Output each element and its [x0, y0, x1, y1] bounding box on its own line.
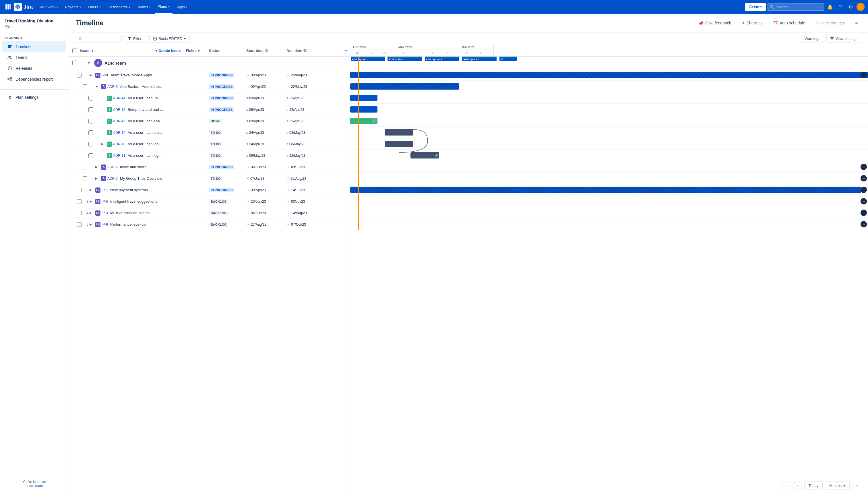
nav-your-work[interactable]: Your work▾: [36, 0, 61, 14]
expand-icon[interactable]: ▶: [95, 176, 100, 180]
warnings-button[interactable]: Warnings: [801, 35, 824, 42]
gantt-bar-adr44[interactable]: [350, 95, 377, 101]
basic-edited-button[interactable]: Basic EDITED ▾: [149, 35, 190, 42]
search-input[interactable]: [776, 5, 816, 9]
expand-icon[interactable]: ▶: [89, 223, 94, 226]
group-avatar: A: [94, 59, 102, 67]
share-as-button[interactable]: ⬆ Share as: [738, 19, 766, 27]
row-checkbox[interactable]: [77, 222, 82, 227]
chevron-down-icon[interactable]: ▾: [91, 48, 93, 53]
issue-key[interactable]: ADR-13: [113, 142, 126, 146]
row-checkbox[interactable]: [88, 142, 93, 146]
row-checkbox[interactable]: [83, 165, 87, 169]
sidebar-title: Travel Booking Division: [0, 18, 69, 24]
issue-key[interactable]: ADR-11: [113, 154, 126, 158]
review-changes-button[interactable]: Review changes: [812, 19, 849, 27]
expand-icon[interactable]: ▶: [89, 73, 94, 77]
search-box[interactable]: [767, 3, 824, 11]
row-checkbox[interactable]: [77, 73, 82, 77]
avatar[interactable]: U: [856, 3, 865, 11]
sidebar-item-dependencies[interactable]: Dependencies report: [2, 74, 66, 84]
nav-filters[interactable]: Filters▾: [85, 0, 103, 14]
issue-search-input[interactable]: [84, 37, 118, 41]
issue-key[interactable]: ADR-14: [113, 131, 126, 134]
issue-key[interactable]: ADR-45: [113, 119, 126, 123]
nav-apps[interactable]: Apps▾: [174, 0, 191, 14]
issue-key[interactable]: IP-8: [102, 73, 108, 77]
issue-key[interactable]: ADR-44: [113, 96, 126, 100]
row-checkbox[interactable]: [77, 199, 82, 204]
nav-dashboards[interactable]: Dashboards▾: [105, 0, 133, 14]
row-checkbox[interactable]: [88, 153, 93, 158]
sidebar-item-teams[interactable]: Teams: [2, 52, 66, 62]
issue-key[interactable]: ADR-6: [107, 165, 118, 169]
view-settings-button[interactable]: View settings: [826, 35, 861, 42]
table-row: ▶ S ADR-11 As a user I can log i... TO D…: [69, 150, 350, 161]
sidebar-subtitle: Plan: [0, 24, 69, 33]
nav-projects[interactable]: Projects▾: [62, 0, 84, 14]
select-all-checkbox[interactable]: [72, 48, 77, 53]
group-expand-icon[interactable]: ▼: [87, 61, 92, 65]
fields-button[interactable]: Fields ▾: [182, 48, 203, 53]
gantt-bar-ip7[interactable]: [350, 187, 861, 193]
today-button[interactable]: Today: [804, 482, 823, 490]
fullscreen-button[interactable]: ⤢: [852, 481, 861, 490]
auto-schedule-button[interactable]: 📅 Auto-schedule: [769, 19, 809, 27]
issue-search-box[interactable]: [76, 35, 122, 42]
expand-icon[interactable]: ▶: [101, 142, 106, 146]
expand-cols-icon[interactable]: ⇔: [344, 48, 350, 53]
gantt-bar-adr12[interactable]: [350, 106, 377, 113]
row-checkbox[interactable]: [88, 108, 93, 112]
gantt-bar-adr11[interactable]: 🔗: [410, 152, 439, 158]
issue-key[interactable]: ADR-12: [113, 108, 126, 112]
issue-key[interactable]: IP-5: [102, 200, 108, 203]
expand-icon[interactable]: ▶: [89, 211, 94, 215]
row-checkbox[interactable]: [83, 176, 87, 181]
filters-button[interactable]: Filters: [124, 35, 147, 42]
issue-key[interactable]: IP-3: [102, 211, 108, 215]
gantt-bar-adr14[interactable]: [385, 129, 413, 136]
sidebar-item-timeline[interactable]: Timeline: [2, 41, 66, 52]
row-checkbox[interactable]: [88, 130, 93, 135]
row-checkbox[interactable]: [88, 119, 93, 124]
issue-key[interactable]: IP-7: [102, 188, 108, 192]
gantt-prev-button[interactable]: ‹: [781, 481, 791, 490]
expand-icon[interactable]: ▶: [95, 165, 100, 169]
create-button[interactable]: Create: [745, 3, 766, 11]
row-checkbox[interactable]: [77, 188, 82, 193]
sidebar-item-releases[interactable]: Releases: [2, 63, 66, 73]
gantt-bar-adr13[interactable]: [385, 141, 413, 147]
settings-icon[interactable]: ⚙: [846, 2, 855, 12]
toolbar: Filters Basic EDITED ▾ Warnings View set…: [69, 32, 868, 45]
sidebar-item-plan-settings[interactable]: ⚙ Plan settings: [2, 92, 66, 102]
help-icon[interactable]: ?: [836, 2, 845, 12]
status-badge: IN PROGRESS: [209, 165, 234, 169]
row-checkbox[interactable]: [83, 84, 87, 89]
more-options-button[interactable]: •••: [852, 18, 861, 28]
learn-more-link[interactable]: Learn more: [4, 484, 64, 488]
issue-key[interactable]: ADR-5: [107, 85, 118, 89]
issue-key[interactable]: ADR-7: [107, 176, 118, 181]
gantt-bar-adr5[interactable]: [350, 83, 459, 89]
group-header-adr-team: ▼ A ADR Team: [69, 57, 350, 70]
notifications-icon[interactable]: 🔔: [825, 2, 835, 12]
page-title: Timeline: [76, 19, 104, 27]
gantt-next-button[interactable]: ›: [793, 481, 802, 490]
create-issue-button[interactable]: + Create issue: [155, 48, 181, 53]
nav-plans[interactable]: Plans▾: [155, 0, 173, 14]
gantt-bar-ip8[interactable]: [350, 72, 868, 78]
group-checkbox[interactable]: [72, 60, 77, 65]
expand-icon[interactable]: ▶: [89, 200, 94, 203]
svg-rect-4: [8, 6, 9, 8]
jira-logo[interactable]: Jira: [14, 3, 33, 11]
row-checkbox[interactable]: [88, 96, 93, 100]
expand-icon[interactable]: ▶: [89, 188, 94, 192]
expand-icon[interactable]: ▼: [95, 85, 100, 88]
months-button[interactable]: Months ▾: [825, 482, 850, 490]
nav-teams[interactable]: Teams▾: [134, 0, 154, 14]
issue-key[interactable]: IP-6: [102, 223, 108, 227]
grid-icon[interactable]: [3, 2, 13, 12]
give-feedback-button[interactable]: 📣 Give feedback: [695, 19, 735, 27]
gantt-bar-adr45[interactable]: 🔗: [350, 118, 377, 124]
row-checkbox[interactable]: [77, 211, 82, 215]
